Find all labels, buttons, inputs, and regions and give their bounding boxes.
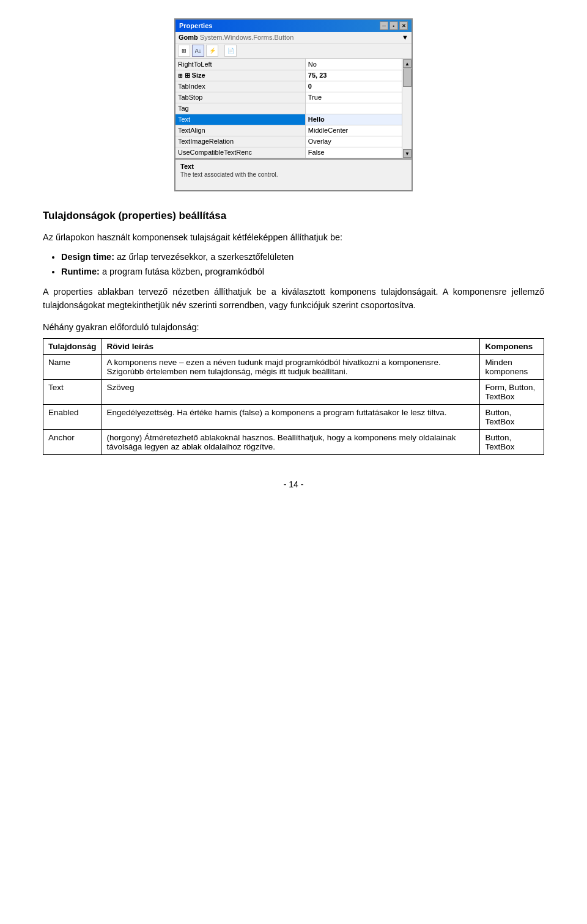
table-header-row: Tulajdonság Rövid leírás Komponens	[43, 338, 544, 354]
prop-desc-cell: A komponens neve – ezen a néven tudunk m…	[102, 354, 480, 379]
win-titlebar: Properties ─ ▪ ✕	[175, 20, 412, 32]
prop-name-textalign: TextAlign	[175, 125, 305, 136]
scrollbar-down[interactable]: ▼	[403, 149, 412, 158]
component-name: Gomb	[179, 34, 198, 41]
col-header-description: Rövid leírás	[102, 338, 480, 354]
prop-name-cell: Anchor	[43, 429, 102, 454]
prop-name-cell: Text	[43, 379, 102, 404]
table-heading: Néhány gyakran előforduló tulajdonság:	[43, 322, 544, 332]
prop-row-textimagerelation[interactable]: TextImageRelation Overlay	[175, 136, 412, 147]
prop-row-usecompatible[interactable]: UseCompatibleTextRenc False ▼	[175, 147, 412, 158]
win-titlebar-buttons: ─ ▪ ✕	[380, 21, 408, 30]
win-header-bar: Gomb System.Windows.Forms.Button ▼	[175, 32, 412, 43]
prop-value-tag	[305, 103, 412, 114]
prop-table-section: Néhány gyakran előforduló tulajdonság: T…	[43, 322, 544, 455]
prop-comp-cell: Form, Button,TextBox	[480, 379, 544, 404]
prop-row-size[interactable]: ⊞ Size 75, 23	[175, 70, 412, 81]
prop-name-cell: Enabled	[43, 404, 102, 429]
scrollbar-up[interactable]: ▲	[403, 59, 412, 68]
az-icon[interactable]: A↓	[192, 45, 204, 57]
prop-value-size: 75, 23	[305, 70, 412, 81]
prop-row-righttoleft[interactable]: RightToLeft No ▲	[175, 59, 412, 70]
prop-desc-cell: Szöveg	[102, 379, 480, 404]
props-description: Text The text associated with the contro…	[175, 158, 412, 190]
prop-name-usecompatible: UseCompatibleTextRenc	[175, 147, 305, 158]
prop-name-size: ⊞ Size	[175, 70, 305, 81]
page-number: - 14 -	[284, 479, 304, 489]
bullet-item-runtime: Runtime: a program futása közben, progra…	[61, 265, 544, 278]
prop-name-righttoleft: RightToLeft	[175, 59, 305, 70]
bullet-text-runtime: a program futása közben, programkódból	[102, 267, 264, 276]
prop-row-tabindex[interactable]: TabIndex 0	[175, 81, 412, 92]
prop-value-textalign: MiddleCenter	[305, 125, 412, 136]
table-row: Enabled Engedélyezettség. Ha értéke hami…	[43, 404, 544, 429]
component-class: System.Windows.Forms.Button	[200, 34, 294, 41]
win-pin-button[interactable]: ─	[380, 21, 388, 30]
event-icon[interactable]: ⚡	[206, 45, 218, 57]
header-dropdown[interactable]: ▼	[402, 34, 408, 41]
prop-name-tag: Tag	[175, 103, 305, 114]
bullet-list: Design time: az űrlap tervezésekkor, a s…	[61, 250, 544, 279]
win-close-button[interactable]: ✕	[399, 21, 408, 30]
col-header-property: Tulajdonság	[43, 338, 102, 354]
table-row: Name A komponens neve – ezen a néven tud…	[43, 354, 544, 379]
prop-row-tag[interactable]: Tag	[175, 103, 412, 114]
prop-value-tabstop: True	[305, 92, 412, 103]
prop-comp-cell: Button, TextBox	[480, 429, 544, 454]
props-desc-title: Text	[180, 163, 407, 170]
prop-value-usecompatible: False ▼	[305, 147, 412, 158]
prop-row-text[interactable]: Text Hello ▼	[175, 114, 412, 125]
prop-desc-cell: (horgony) Átméretezhető ablakoknál haszn…	[102, 429, 480, 454]
prop-name-tabstop: TabStop	[175, 92, 305, 103]
prop-value-text: Hello ▼	[305, 114, 412, 125]
prop-name-cell: Name	[43, 354, 102, 379]
prop-comp-cell: Button, TextBox	[480, 404, 544, 429]
prop-name-tabindex: TabIndex	[175, 81, 305, 92]
properties-window: Properties ─ ▪ ✕ Gomb System.Windows.For…	[174, 18, 413, 191]
scrollbar-thumb[interactable]	[403, 68, 412, 87]
paragraph1: A properties ablakban tervező nézetben á…	[43, 285, 544, 312]
prop-value-textimagerelation: Overlay	[305, 136, 412, 147]
table-row: Anchor (horgony) Átméretezhető ablakokná…	[43, 429, 544, 454]
bullet-label-design: Design time:	[61, 252, 114, 262]
grid-icon[interactable]: ⊞	[178, 45, 190, 57]
bullet-text-design: az űrlap tervezésekkor, a szerkesztőfelü…	[117, 252, 294, 262]
section-heading: Tulajdonságok (properties) beállítása	[43, 210, 544, 222]
prop-name-text: Text	[175, 114, 305, 125]
screenshot-container: Properties ─ ▪ ✕ Gomb System.Windows.For…	[37, 18, 550, 191]
scrollbar[interactable]: ▲ ▼	[402, 59, 412, 158]
prop-row-tabstop[interactable]: TabStop True	[175, 92, 412, 103]
properties-grid-wrapper: RightToLeft No ▲ ⊞ Size 75, 23 TabIndex …	[175, 59, 412, 158]
prop-row-textalign[interactable]: TextAlign MiddleCenter	[175, 125, 412, 136]
properties-grid: RightToLeft No ▲ ⊞ Size 75, 23 TabIndex …	[175, 59, 412, 158]
props-desc-text: The text associated with the control.	[180, 171, 407, 178]
win-title: Properties	[179, 22, 212, 29]
page-icon[interactable]: 📄	[224, 45, 237, 57]
col-header-component: Komponens	[480, 338, 544, 354]
properties-data-table: Tulajdonság Rövid leírás Komponens Name …	[43, 338, 544, 455]
prop-name-textimagerelation: TextImageRelation	[175, 136, 305, 147]
table-row: Text Szöveg Form, Button,TextBox	[43, 379, 544, 404]
prop-comp-cell: Mindenkomponens	[480, 354, 544, 379]
prop-value-righttoleft: No ▲	[305, 59, 412, 70]
main-content: Tulajdonságok (properties) beállítása Az…	[37, 210, 550, 455]
properties-toolbar: ⊞ A↓ ⚡ 📄	[175, 43, 412, 59]
bullet-item-design: Design time: az űrlap tervezésekkor, a s…	[61, 250, 544, 264]
prop-desc-cell: Engedélyezettség. Ha értéke hamis (false…	[102, 404, 480, 429]
win-float-button[interactable]: ▪	[389, 21, 398, 30]
intro-text: Az űrlapokon használt komponensek tulajs…	[43, 231, 544, 244]
prop-value-tabindex: 0	[305, 81, 412, 92]
page-footer: - 14 -	[37, 479, 550, 489]
bullet-label-runtime: Runtime:	[61, 267, 100, 276]
